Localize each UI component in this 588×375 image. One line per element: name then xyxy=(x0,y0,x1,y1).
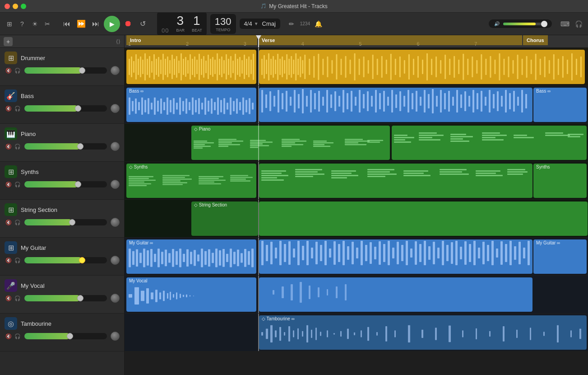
track-controls-bass: 🔇 🎧 xyxy=(5,104,120,113)
record-button[interactable]: ⏺ xyxy=(122,18,134,30)
solo-button-guitar[interactable]: 🎧 xyxy=(14,258,21,263)
tempo-display[interactable]: 130 TEMPO xyxy=(210,14,236,34)
maximize-button[interactable] xyxy=(21,4,26,9)
clip-bass-1[interactable]: Bass ∞ xyxy=(126,88,256,122)
volume-slider-strings[interactable] xyxy=(24,219,107,225)
volume-knob-synths[interactable] xyxy=(75,181,81,188)
volume-slider-synths[interactable] xyxy=(24,181,107,188)
svg-rect-306 xyxy=(162,184,183,185)
solo-button-synths[interactable]: 🎧 xyxy=(14,182,21,188)
solo-button-bass[interactable]: 🎧 xyxy=(14,106,21,112)
clip-bass-2[interactable] xyxy=(259,88,532,122)
clip-drummer-1[interactable] xyxy=(126,50,256,84)
svg-rect-38 xyxy=(214,60,216,74)
svg-rect-187 xyxy=(302,89,304,113)
volume-slider-tambourine[interactable] xyxy=(24,333,107,339)
clip-drummer-2[interactable] xyxy=(259,50,585,84)
mute-button-piano[interactable]: 🔇 xyxy=(5,144,12,150)
svg-rect-487 xyxy=(311,330,312,338)
mute-button-tambourine[interactable]: 🔇 xyxy=(5,333,12,339)
time-sig-display[interactable]: 4/4 ▼ Cmaj xyxy=(240,19,280,29)
solo-button-tambourine[interactable]: 🎧 xyxy=(14,333,21,339)
mute-button-synths[interactable]: 🔇 xyxy=(5,182,12,188)
clip-strings-2[interactable] xyxy=(259,202,588,236)
svg-rect-228 xyxy=(468,96,470,107)
library-icon[interactable]: ⊞ xyxy=(5,19,14,29)
pan-knob-bass[interactable] xyxy=(111,104,120,113)
mute-button-bass[interactable]: 🔇 xyxy=(5,106,12,112)
pencil-icon[interactable]: ✏ xyxy=(287,19,296,29)
clip-tambourine-1[interactable]: ◇ Tambourine ∞ xyxy=(259,315,587,350)
help-icon[interactable]: ? xyxy=(17,19,27,29)
fast-forward-button[interactable]: ⏩ xyxy=(75,18,88,30)
clip-synths-1[interactable]: ◇ Synths xyxy=(126,164,256,198)
volume-knob-vocal[interactable] xyxy=(77,295,83,301)
pan-knob-synths[interactable] xyxy=(111,180,120,189)
volume-knob-bass[interactable] xyxy=(75,105,81,112)
clip-strings-1[interactable]: ◇ String Section xyxy=(191,202,258,236)
clip-synths-3[interactable]: Synths xyxy=(533,164,587,198)
clip-bass-3[interactable]: Bass ∞ xyxy=(533,88,587,122)
svg-rect-64 xyxy=(279,59,281,75)
svg-rect-9 xyxy=(149,56,150,78)
pan-knob-tambourine[interactable] xyxy=(111,332,120,341)
volume-knob-piano[interactable] xyxy=(77,143,83,150)
rewind-button[interactable]: ⏮ xyxy=(60,18,73,30)
volume-slider-piano[interactable] xyxy=(24,143,107,150)
close-button[interactable] xyxy=(5,4,10,9)
clip-vocal-1[interactable]: My Vocal xyxy=(126,277,256,312)
pan-knob-vocal[interactable] xyxy=(111,294,120,303)
goto-start-button[interactable]: ⏭ xyxy=(89,18,102,30)
svg-rect-345 xyxy=(129,248,131,267)
volume-knob[interactable] xyxy=(541,21,547,27)
headphones-icon[interactable]: 🎧 xyxy=(574,19,583,29)
svg-rect-422 xyxy=(451,242,453,264)
volume-knob-drummer[interactable] xyxy=(79,67,85,74)
minimize-button[interactable] xyxy=(13,4,18,9)
clip-piano-2[interactable] xyxy=(392,126,587,160)
sidebar-collapse-button[interactable]: ⟨⟩ xyxy=(116,38,120,45)
clip-guitar-2[interactable] xyxy=(259,239,532,274)
pan-knob-drummer[interactable] xyxy=(111,66,120,75)
solo-button-piano[interactable]: 🎧 xyxy=(14,144,21,150)
clip-label-piano-1: ◇ Piano xyxy=(194,127,210,131)
svg-rect-428 xyxy=(478,248,480,258)
count-in-label[interactable]: 1234 xyxy=(300,19,310,29)
volume-knob-strings[interactable] xyxy=(69,219,75,225)
clip-piano-1[interactable]: ◇ Piano xyxy=(191,126,390,160)
smart-controls-icon[interactable]: ☀ xyxy=(30,19,40,29)
pan-knob-strings[interactable] xyxy=(111,218,120,227)
clip-guitar-1[interactable]: My Guitar ∞ xyxy=(126,239,256,274)
clip-synths-2[interactable] xyxy=(259,164,532,198)
volume-slider-bass[interactable] xyxy=(24,105,107,112)
mute-button-guitar[interactable]: 🔇 xyxy=(5,258,12,263)
volume-slider-drummer[interactable] xyxy=(24,67,107,74)
solo-button-drummer[interactable]: 🎧 xyxy=(14,68,21,74)
add-track-button[interactable]: + xyxy=(4,37,13,46)
sidebar: + ⟨⟩ ⊞ Drummer 🔇 🎧 🎸 Bass xyxy=(0,35,125,375)
volume-bar[interactable] xyxy=(503,23,546,25)
volume-slider-guitar[interactable] xyxy=(24,257,107,263)
mute-button-vocal[interactable]: 🔇 xyxy=(5,295,12,301)
volume-slider-vocal[interactable] xyxy=(24,295,107,301)
tracks-container[interactable]: Bass ∞ xyxy=(125,48,588,375)
scissors-icon[interactable]: ✂ xyxy=(42,19,52,29)
play-button[interactable]: ▶ xyxy=(104,16,120,32)
cycle-button[interactable]: ↺ xyxy=(136,18,149,30)
mute-button-strings[interactable]: 🔇 xyxy=(5,220,12,225)
svg-rect-252 xyxy=(218,146,228,147)
playhead[interactable] xyxy=(258,35,259,47)
clip-vocal-2[interactable] xyxy=(259,277,532,312)
metronome-icon[interactable]: 🔔 xyxy=(314,19,324,29)
pan-knob-piano[interactable] xyxy=(111,142,120,151)
clip-guitar-3[interactable]: My Guitar ∞ xyxy=(533,239,587,274)
solo-button-strings[interactable]: 🎧 xyxy=(14,220,21,225)
master-volume[interactable]: 🔊 xyxy=(489,19,552,28)
pan-knob-guitar[interactable] xyxy=(111,256,120,265)
keyboard-icon[interactable]: ⌨ xyxy=(560,19,570,29)
volume-knob-tambourine[interactable] xyxy=(67,333,73,339)
volume-knob-guitar[interactable] xyxy=(79,257,85,263)
mute-button-drummer[interactable]: 🔇 xyxy=(5,68,12,74)
svg-rect-295 xyxy=(129,176,153,177)
solo-button-vocal[interactable]: 🎧 xyxy=(14,295,21,301)
